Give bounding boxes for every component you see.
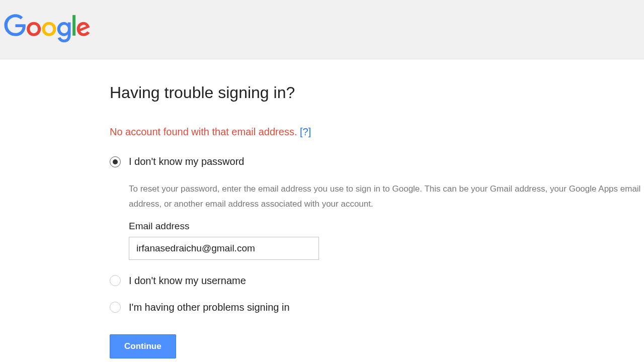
radio-username[interactable] xyxy=(110,275,121,286)
option-username-label: I don't know my username xyxy=(129,275,246,287)
page-header xyxy=(0,0,644,59)
option-password-row[interactable]: I don't know my password xyxy=(110,156,644,167)
option-username-row[interactable]: I don't know my username xyxy=(110,275,644,287)
email-input[interactable] xyxy=(129,237,319,260)
continue-button[interactable]: Continue xyxy=(110,334,176,358)
error-message-line: No account found with that email address… xyxy=(110,126,644,138)
recovery-options: I don't know my password To reset your p… xyxy=(110,156,644,313)
main-content: Having trouble signing in? No account fo… xyxy=(0,59,644,358)
option-other-label: I'm having other problems signing in xyxy=(129,302,290,313)
error-message-text: No account found with that email address… xyxy=(110,126,297,137)
help-link[interactable]: [?] xyxy=(300,126,311,137)
radio-password[interactable] xyxy=(110,156,121,167)
google-logo xyxy=(4,14,91,43)
email-field-label: Email address xyxy=(129,221,644,232)
option-password-label: I don't know my password xyxy=(129,156,244,167)
option-password: I don't know my password To reset your p… xyxy=(110,156,644,260)
option-password-body: To reset your password, enter the email … xyxy=(129,182,644,260)
option-other-row[interactable]: I'm having other problems signing in xyxy=(110,302,644,313)
option-username: I don't know my username xyxy=(110,275,644,287)
radio-other[interactable] xyxy=(110,302,121,313)
page-title: Having trouble signing in? xyxy=(110,83,644,102)
option-password-description: To reset your password, enter the email … xyxy=(129,182,644,212)
option-other: I'm having other problems signing in xyxy=(110,302,644,313)
